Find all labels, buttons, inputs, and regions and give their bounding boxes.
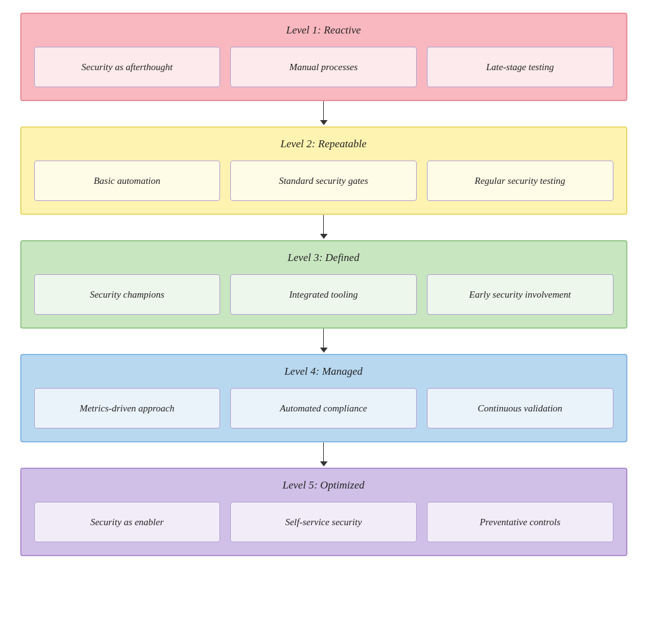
- level-title-optimized: Level 5: Optimized: [34, 479, 613, 492]
- items-row-defined: Security championsIntegrated toolingEarl…: [34, 274, 613, 315]
- arrow-connector-0: [320, 101, 328, 126]
- item-card-reactive-2: Late-stage testing: [427, 47, 613, 87]
- items-row-reactive: Security as afterthoughtManual processes…: [34, 47, 613, 87]
- level-title-reactive: Level 1: Reactive: [34, 24, 613, 37]
- item-card-optimized-2: Preventative controls: [427, 502, 613, 542]
- level-box-reactive: Level 1: ReactiveSecurity as afterthough…: [20, 13, 627, 101]
- arrow-connector-3: [320, 442, 328, 468]
- level-title-managed: Level 4: Managed: [34, 365, 613, 378]
- item-card-optimized-0: Security as enabler: [34, 502, 221, 542]
- item-card-defined-1: Integrated tooling: [230, 274, 417, 315]
- level-box-repeatable: Level 2: RepeatableBasic automationStand…: [20, 126, 627, 215]
- level-box-defined: Level 3: DefinedSecurity championsIntegr…: [20, 240, 627, 329]
- item-card-repeatable-1: Standard security gates: [230, 161, 417, 201]
- item-card-reactive-1: Manual processes: [230, 47, 417, 87]
- item-card-reactive-0: Security as afterthought: [34, 47, 221, 87]
- diagram-container: Level 1: ReactiveSecurity as afterthough…: [20, 13, 627, 556]
- item-card-repeatable-2: Regular security testing: [427, 161, 613, 201]
- items-row-optimized: Security as enablerSelf-service security…: [34, 502, 613, 542]
- item-card-defined-0: Security champions: [34, 274, 221, 315]
- items-row-managed: Metrics-driven approachAutomated complia…: [34, 388, 613, 428]
- item-card-optimized-1: Self-service security: [230, 502, 417, 542]
- item-card-defined-2: Early security involvement: [427, 274, 613, 315]
- arrow-connector-1: [320, 215, 328, 240]
- arrow-connector-2: [320, 329, 328, 354]
- level-box-managed: Level 4: ManagedMetrics-driven approachA…: [20, 354, 627, 442]
- item-card-managed-1: Automated compliance: [230, 388, 417, 428]
- items-row-repeatable: Basic automationStandard security gatesR…: [34, 161, 613, 201]
- level-box-optimized: Level 5: OptimizedSecurity as enablerSel…: [20, 468, 627, 556]
- item-card-repeatable-0: Basic automation: [34, 161, 221, 201]
- level-title-defined: Level 3: Defined: [34, 252, 613, 264]
- item-card-managed-0: Metrics-driven approach: [34, 388, 221, 428]
- level-title-repeatable: Level 2: Repeatable: [34, 138, 613, 150]
- item-card-managed-2: Continuous validation: [427, 388, 613, 428]
